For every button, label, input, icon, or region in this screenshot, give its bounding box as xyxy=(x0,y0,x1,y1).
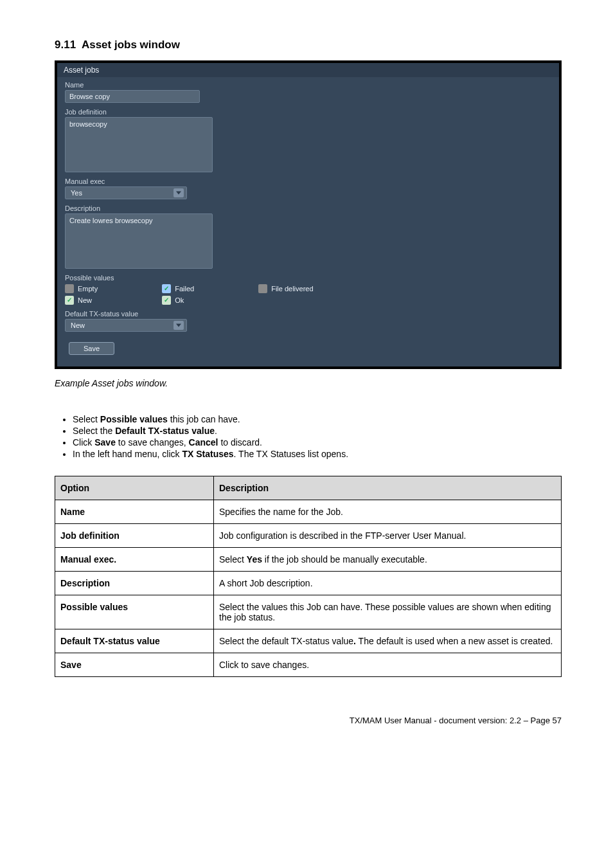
opt-name: Job definition xyxy=(55,524,214,548)
chevron-down-icon xyxy=(173,188,184,197)
pv-empty-label: Empty xyxy=(78,285,98,293)
opt-desc: Select Yes if the job should be manually… xyxy=(214,548,562,572)
pv-new[interactable]: New xyxy=(65,296,98,305)
opt-name: Manual exec. xyxy=(55,548,214,572)
name-label: Name xyxy=(65,81,551,89)
instruction-item: Select Possible values this job can have… xyxy=(73,414,562,424)
instruction-item: In the left hand menu, click TX Statuses… xyxy=(73,449,562,459)
checkbox-unchecked-icon xyxy=(65,284,74,293)
pv-ok-label: Ok xyxy=(175,296,184,304)
opt-name: Description xyxy=(55,572,214,595)
opt-name: Default TX-status value xyxy=(55,629,214,653)
instruction-item: Click Save to save changes, Cancel to di… xyxy=(73,437,562,448)
default-tx-status-label: Default TX-status value xyxy=(65,310,551,318)
table-row: Save Click to save changes. xyxy=(55,653,562,677)
job-definition-input[interactable]: browsecopy xyxy=(65,117,213,172)
pv-ok[interactable]: Ok xyxy=(162,296,194,305)
manual-exec-select[interactable]: Yes xyxy=(65,186,187,199)
default-tx-status-select[interactable]: New xyxy=(65,319,187,332)
possible-values-group: Empty New Failed Ok xyxy=(57,283,559,306)
pv-new-label: New xyxy=(78,296,92,304)
description-label: Description xyxy=(65,204,551,212)
description-input[interactable]: Create lowres browsecopy xyxy=(65,213,213,269)
opt-desc: A short Job description. xyxy=(214,572,562,595)
possible-values-label: Possible values xyxy=(65,274,551,282)
opt-name: Name xyxy=(55,500,214,524)
section-title-text: Asset jobs window xyxy=(82,39,180,51)
pv-file-delivered[interactable]: File delivered xyxy=(258,284,313,293)
manual-exec-value: Yes xyxy=(71,189,82,197)
instruction-item: Select the Default TX-status value. xyxy=(73,426,562,436)
checkbox-checked-icon xyxy=(162,284,171,293)
pv-failed[interactable]: Failed xyxy=(162,284,194,293)
table-row: Description A short Job description. xyxy=(55,572,562,595)
manual-exec-label: Manual exec xyxy=(65,177,551,185)
name-input[interactable]: Browse copy xyxy=(65,90,200,103)
save-button[interactable]: Save xyxy=(69,342,114,355)
table-header-row: Option Description xyxy=(55,476,562,500)
pv-failed-label: Failed xyxy=(175,285,194,293)
panel-title: Asset jobs xyxy=(57,63,559,77)
opt-desc: Job configuration is described in the FT… xyxy=(214,524,562,548)
opt-desc: Select the values this Job can have. The… xyxy=(214,595,562,629)
opt-desc: Click to save changes. xyxy=(214,653,562,677)
table-row: Possible values Select the values this J… xyxy=(55,595,562,629)
checkbox-checked-icon xyxy=(65,296,74,305)
pv-empty[interactable]: Empty xyxy=(65,284,98,293)
section-number: 9.11 xyxy=(55,39,76,51)
table-row: Name Specifies the name for the Job. xyxy=(55,500,562,524)
asset-jobs-panel: Asset jobs Name Browse copy Job definiti… xyxy=(57,63,559,366)
checkbox-unchecked-icon xyxy=(258,284,267,293)
pv-delivered-label: File delivered xyxy=(271,285,313,293)
screenshot-frame: Asset jobs Name Browse copy Job definiti… xyxy=(55,60,562,369)
checkbox-checked-icon xyxy=(162,296,171,305)
page-footer: TX/MAM User Manual - document version: 2… xyxy=(55,716,562,725)
opt-name: Save xyxy=(55,653,214,677)
opt-name: Possible values xyxy=(55,595,214,629)
job-definition-label: Job definition xyxy=(65,108,551,116)
table-row: Job definition Job configuration is desc… xyxy=(55,524,562,548)
opt-desc: Select the default TX-status value. The … xyxy=(214,629,562,653)
col-description: Description xyxy=(214,476,562,500)
opt-desc: Specifies the name for the Job. xyxy=(214,500,562,524)
section-heading: 9.11 Asset jobs window xyxy=(55,39,562,51)
options-table: Option Description Name Specifies the na… xyxy=(55,476,562,677)
table-row: Manual exec. Select Yes if the job shoul… xyxy=(55,548,562,572)
col-option: Option xyxy=(55,476,214,500)
chevron-down-icon xyxy=(173,321,184,330)
instruction-list: Select Possible values this job can have… xyxy=(55,414,562,459)
figure-caption: Example Asset jobs window. xyxy=(55,378,562,388)
table-row: Default TX-status value Select the defau… xyxy=(55,629,562,653)
default-tx-status-value: New xyxy=(71,321,85,329)
